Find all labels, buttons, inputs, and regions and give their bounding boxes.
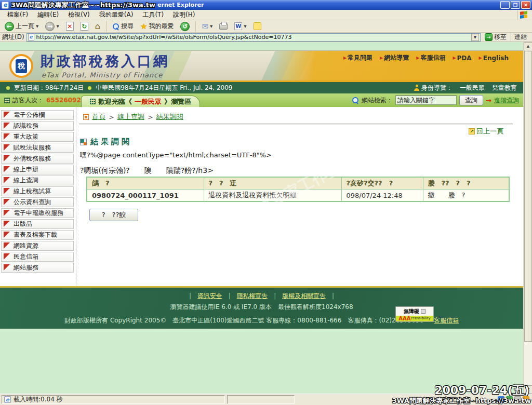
go-button[interactable]: → 移至 [483, 33, 509, 42]
accessibility-badge[interactable]: 無障礙 AAA ccessibility [395, 306, 434, 322]
sidebar-item-know-tax[interactable]: 認識稅務 [1, 121, 74, 131]
sidebar-label: 網路資源 [14, 241, 38, 250]
site-search-button[interactable]: 查詢 [459, 95, 483, 105]
title-bar[interactable]: e 3WA問題解決專家工作室~~https://3wa.tw ernet Exp… [0, 0, 532, 10]
advanced-search-link[interactable]: 進階查詢 [494, 96, 519, 105]
menu-view[interactable]: 檢視(V) [64, 9, 94, 20]
back-icon: ← [5, 22, 14, 31]
vertical-scrollbar[interactable]: ▲ ▼ [523, 42, 532, 394]
footer-link-privacy[interactable]: 隱私權宣告 [237, 292, 268, 300]
current-date: 中華民國98年7月24日星期五 Fri., Jul. 24, 2009 [96, 84, 232, 92]
sidebar-label: 外僑稅務服務 [14, 154, 51, 163]
identity-general-link[interactable]: 一般民眾 [460, 84, 485, 92]
back-dropdown-icon[interactable]: ▼ [36, 24, 38, 29]
breadcrumb-query-link[interactable]: 線上查調 [117, 112, 144, 122]
close-button[interactable]: ✕ [521, 1, 530, 9]
window-controls: _ ❐ ✕ [500, 1, 530, 9]
nav-english[interactable]: ▶English [479, 53, 509, 62]
site-footer: | 資訊安全 | 隱私權宣告 | 版權及相關宣告 | 瀏覽器建議使用IE 6.0… [0, 286, 523, 329]
word-dropdown-icon[interactable]: ▼ [244, 24, 246, 29]
edit-word-button[interactable]: W ▼ [232, 21, 249, 31]
result-table: 鵮 ? ? ? 迂 ?亥矽?交?? ? 媵 ?? ? ? 0980724_000… [86, 177, 510, 202]
home-button[interactable]: ⌂ [92, 20, 103, 32]
sidebar-item-publications[interactable]: 出版品 [1, 219, 74, 229]
flag-icon [4, 232, 10, 238]
arrow-icon: ▶ [343, 56, 347, 60]
breadcrumb-result-link[interactable]: 結果調閱 [156, 112, 183, 122]
menu-favorites[interactable]: 我的最愛(A) [95, 9, 138, 20]
stop-icon: ✕ [66, 22, 74, 31]
breadcrumb-home-link[interactable]: 首頁 [92, 112, 105, 122]
footer-link-copyright[interactable]: 版權及相關宣告 [282, 292, 326, 300]
menu-edit[interactable]: 編輯(E) [33, 9, 63, 20]
sidebar-item-online-query[interactable]: 線上查調 [1, 176, 74, 185]
messenger-button[interactable] [251, 21, 264, 31]
stop-button[interactable]: ✕ [63, 21, 76, 32]
sidebar-item-public-data[interactable]: 公示資料查詢 [1, 197, 74, 207]
site-search-icon [352, 97, 359, 104]
sidebar-item-efiling[interactable]: 電子申報繳稅服務 [1, 208, 74, 218]
nav-sitemap[interactable]: ▶網站導覽 [380, 53, 409, 62]
links-button[interactable]: 連結 [511, 33, 530, 42]
sidebar-item-site-service[interactable]: 網站服務 [1, 263, 74, 273]
copyright-line: 財政部版權所有 CopyRight 2005© 臺北市中正區(100)愛國西路二… [0, 316, 523, 325]
search-button[interactable]: 搜尋 [110, 21, 136, 32]
sidebar-item-tax-law[interactable]: 賦稅法規服務 [1, 143, 74, 153]
tray-icon[interactable] [514, 396, 521, 403]
scroll-down-button[interactable]: ▼ [524, 385, 532, 394]
tray-icon[interactable] [523, 396, 529, 403]
restore-button[interactable]: ❐ [511, 1, 520, 9]
sidebar-item-online-apply[interactable]: 線上申辦 [1, 165, 74, 174]
sidebar-item-foreigner[interactable]: 外僑稅務服務 [1, 154, 74, 164]
etax-logo-icon[interactable]: 稅 [9, 54, 33, 78]
forward-button[interactable]: → ▼ [43, 21, 61, 32]
flag-icon [4, 188, 10, 194]
mail-dropdown-icon[interactable]: ▼ [210, 24, 212, 29]
tray-icon[interactable] [506, 396, 513, 403]
minimize-button[interactable]: _ [500, 1, 510, 9]
site-search-input[interactable] [395, 96, 457, 105]
sidebar-item-opinion-mail[interactable]: 民意信箱 [1, 252, 74, 262]
flag-icon [4, 166, 10, 172]
history-button[interactable]: ↺ [178, 21, 192, 32]
scrollbar-thumb[interactable] [524, 51, 532, 342]
sidebar-item-downloads[interactable]: 書表及檔案下載 [1, 230, 74, 240]
cell-record-id[interactable]: 0980724_000117_1091 [87, 190, 204, 202]
back-to-previous-link[interactable]: ↗ 回上一頁 [469, 127, 503, 136]
nav-faq[interactable]: ▶常見問題 [343, 53, 373, 62]
scroll-up-button[interactable]: ▲ [524, 42, 532, 50]
sidebar-item-web-resources[interactable]: 網路資源 [1, 241, 74, 251]
nav-pda[interactable]: ▶PDA [453, 53, 471, 62]
note-icon [254, 22, 261, 30]
site-name: 財政部稅務入口網 [41, 52, 169, 71]
update-date: 更新日期：98年7月24日 [14, 84, 84, 92]
menu-help[interactable]: 說明(H) [169, 9, 199, 20]
tray-icon[interactable] [498, 396, 504, 403]
person-icon [414, 85, 419, 91]
identity-kids-link[interactable]: 兒童教育 [492, 84, 517, 92]
refresh-button[interactable]: ↻ [78, 21, 91, 32]
footer-separator: | [229, 292, 231, 300]
col-header-time: ?亥矽?交?? ? [341, 177, 423, 190]
menu-file[interactable]: 檔案(F) [3, 9, 32, 20]
footer-link-security[interactable]: 資訊安全 [197, 292, 222, 300]
mail-button[interactable]: ✉ ▼ [199, 21, 215, 32]
address-url: https://www.etax.nat.gov.tw/wSite/sp?xdU… [36, 34, 292, 40]
menu-tools[interactable]: 工具(T) [138, 9, 168, 20]
top-nav: ▶常見問題 ▶網站導覽 ▶客服信箱 ▶PDA ▶English [343, 53, 509, 62]
forward-dropdown-icon[interactable]: ▼ [56, 24, 59, 29]
service-mail-link[interactable]: 客服信箱 [434, 317, 459, 324]
favorites-button[interactable]: ★ 我的最愛 [138, 21, 176, 32]
table-row[interactable]: 0980724_000117_1091 退稅資料及退稅資料抵欠明細 098/07… [87, 190, 509, 202]
sidebar-item-policy[interactable]: 重大政策 [1, 132, 74, 142]
sidebar-item-bulletin[interactable]: 電子公佈欄 [1, 110, 74, 120]
visitor-count-group: 訪客人次： 65526092 [4, 93, 81, 107]
print-button[interactable] [217, 22, 230, 31]
watermark-title: 3WA問題解決專家工作室~~https://3wa.tw [11, 1, 155, 10]
nav-service-mail[interactable]: ▶客服信箱 [416, 53, 445, 62]
back-button[interactable]: ← 上一頁 ▼ [2, 21, 41, 32]
action-button[interactable]: ? ??鮫 [89, 209, 138, 221]
sidebar-item-tax-calc[interactable]: 線上稅務試算 [1, 186, 74, 196]
address-input[interactable]: e https://www.etax.nat.gov.tw/wSite/sp?x… [26, 33, 481, 42]
address-dropdown-icon[interactable]: ▼ [471, 34, 479, 41]
